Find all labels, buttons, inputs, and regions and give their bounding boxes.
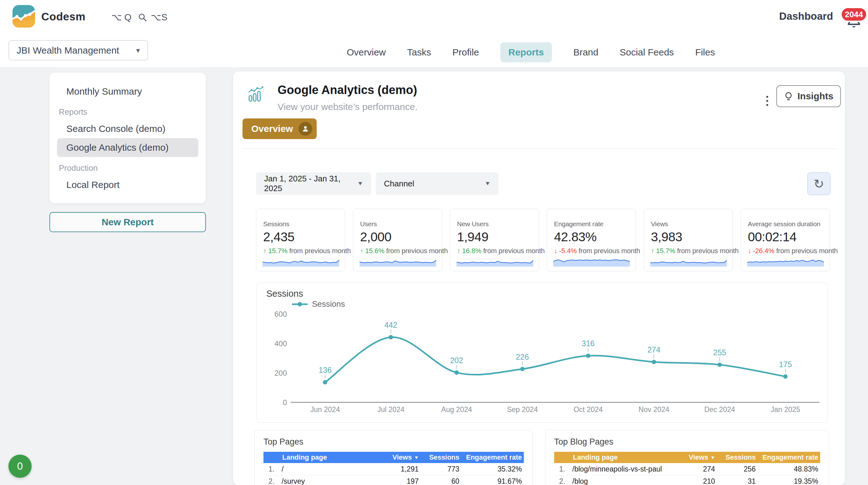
engagement-rate-cell: 19.35% — [758, 477, 821, 485]
column-header-engagement-rate: Engagement rate — [758, 453, 821, 461]
column-header-sessions: Sessions — [421, 453, 462, 461]
svg-text:600: 600 — [274, 310, 287, 318]
channel-select[interactable]: Channel ▼ — [376, 172, 498, 195]
sessions-cell: 773 — [421, 465, 462, 474]
legend-swatch-icon — [291, 302, 308, 307]
sidebar-item-google-analytics-demo[interactable]: Google Analytics (demo) — [57, 138, 198, 157]
stat-value: 2,435 — [263, 230, 339, 245]
arrow-down-icon: ↓ — [748, 247, 751, 254]
column-header-views-sort[interactable]: Views▼ — [674, 453, 717, 461]
tab-brand[interactable]: Brand — [573, 47, 598, 58]
refresh-button[interactable]: ↻ — [807, 172, 831, 195]
column-header-sessions: Sessions — [717, 453, 758, 461]
chevron-down-icon: ▾ — [136, 46, 140, 55]
shortcut-hint-s: ⌥S — [151, 12, 167, 23]
sessions-cell: 31 — [717, 477, 758, 485]
stat-delta: ↓ -26.4% from previous month — [748, 247, 823, 255]
search-icon[interactable] — [138, 12, 148, 24]
svg-text:Jul 2024: Jul 2024 — [377, 405, 405, 413]
svg-text:400: 400 — [274, 339, 287, 348]
stat-sparkline — [747, 256, 824, 267]
stat-card-engagement-rate: Engagement rate42.83%↓ -5.4% from previo… — [547, 209, 636, 271]
legend-label: Sessions — [312, 299, 345, 309]
codesm-logo-icon[interactable] — [12, 5, 35, 28]
row-index: 2. — [554, 477, 572, 485]
overview-section-button[interactable]: Overview — [243, 118, 317, 139]
svg-text:Aug 2024: Aug 2024 — [441, 405, 472, 413]
tab-tasks[interactable]: Tasks — [407, 47, 431, 58]
stat-sparkline — [262, 256, 339, 267]
report-title: Google Analytics (demo) — [278, 83, 417, 97]
svg-text:202: 202 — [450, 356, 463, 365]
insights-button[interactable]: Insights — [776, 85, 841, 107]
stat-value: 42.83% — [554, 230, 629, 245]
svg-text:136: 136 — [318, 366, 332, 374]
new-report-button[interactable]: New Report — [50, 212, 206, 232]
report-panel: Google Analytics (demo) View your websit… — [233, 72, 845, 485]
stat-delta-suffix: from previous month — [483, 247, 545, 255]
sidebar-item-local-report[interactable]: Local Report — [57, 175, 198, 194]
workspace-name: JBI Wealth Management — [17, 45, 119, 56]
arrow-down-icon: ↓ — [554, 247, 557, 254]
shortcut-hint-q: ⌥ Q — [112, 12, 131, 23]
sort-desc-icon: ▼ — [710, 455, 716, 460]
stat-delta: ↑ 15.6% from previous month — [360, 247, 436, 255]
stat-delta: ↓ -5.4% from previous month — [554, 247, 629, 255]
engagement-rate-cell: 48.83% — [758, 465, 821, 474]
report-subtitle: View your website’s performance. — [278, 102, 417, 112]
floating-count-button[interactable]: 0 — [8, 455, 32, 478]
caret-down-icon: ▼ — [485, 180, 491, 187]
column-header-views-label: Views — [392, 453, 412, 461]
svg-text:Oct 2024: Oct 2024 — [574, 405, 603, 413]
stat-delta: ↑ 15.7% from previous month — [651, 247, 726, 255]
stat-card-average-session-duration: Average session duration00:02:14↓ -26.4%… — [741, 209, 830, 271]
sidebar-item-monthly-summary[interactable]: Monthly Summary — [57, 82, 198, 101]
page: Codesm ⌥ Q ⌥S Dashboard 2044 JBI Wealth … — [0, 0, 868, 485]
tab-files[interactable]: Files — [695, 47, 715, 58]
dashboard-link[interactable]: Dashboard — [779, 10, 833, 22]
column-header-views-sort[interactable]: Views▼ — [377, 453, 421, 461]
stat-card-users: Users2,000↑ 15.6% from previous month — [353, 209, 442, 271]
stat-delta-percent: 15.6% — [363, 247, 386, 255]
stat-card-views: Views3,983↑ 15.7% from previous month — [644, 209, 733, 271]
tab-reports[interactable]: Reports — [500, 42, 552, 62]
table-row: 1./blog/minneapolis-vs-st-paul27425648.8… — [554, 463, 820, 475]
workspace-selector[interactable]: JBI Wealth Management ▾ — [8, 40, 148, 60]
svg-text:274: 274 — [647, 345, 660, 354]
stat-sparkline — [553, 256, 630, 267]
stat-delta-suffix: from previous month — [677, 247, 739, 255]
table-card-top-pages: Top PagesLanding pageViews▼SessionsEngag… — [254, 430, 533, 485]
table-row: 1./1,29177335.32% — [264, 463, 524, 475]
tab-profile[interactable]: Profile — [453, 47, 479, 58]
svg-text:226: 226 — [516, 352, 529, 361]
reports-sidebar: Monthly SummaryReportsSearch Console (de… — [50, 73, 206, 203]
stat-delta-percent: 15.7% — [266, 247, 289, 255]
sidebar-section-label: Reports — [57, 107, 198, 117]
stat-value: 3,983 — [651, 230, 726, 245]
chart-legend: Sessions — [291, 299, 345, 309]
engagement-rate-cell: 35.32% — [462, 465, 524, 474]
tab-overview[interactable]: Overview — [347, 47, 386, 58]
overview-label: Overview — [251, 123, 293, 134]
views-cell: 1,291 — [377, 465, 421, 474]
tab-social-feeds[interactable]: Social Feeds — [620, 47, 674, 58]
column-header-engagement-label: Engagement rate — [466, 453, 522, 461]
stat-label: Sessions — [263, 220, 339, 228]
stat-label: Views — [651, 220, 726, 228]
sessions-cell: 60 — [421, 477, 462, 485]
table-title: Top Pages — [264, 437, 524, 447]
column-header-engagement-rate: Engagement rate — [462, 453, 524, 461]
row-index: 1. — [264, 465, 282, 474]
sidebar-item-search-console-demo[interactable]: Search Console (demo) — [57, 119, 198, 138]
chart-title: Sessions — [266, 289, 303, 299]
svg-text:175: 175 — [779, 360, 792, 369]
user-avatar-icon — [299, 122, 312, 136]
svg-text:200: 200 — [274, 369, 287, 377]
column-header-sessions-label: Sessions — [725, 453, 756, 461]
kebab-menu-icon[interactable] — [763, 96, 772, 106]
svg-text:Dec 2024: Dec 2024 — [704, 405, 735, 413]
engagement-rate-cell: 91.67% — [462, 477, 524, 485]
sessions-cell: 256 — [717, 465, 758, 474]
date-range-select[interactable]: Jan 1, 2025 - Jan 31, 2025 ▼ — [256, 172, 371, 195]
stat-delta-suffix: from previous month — [289, 247, 351, 255]
